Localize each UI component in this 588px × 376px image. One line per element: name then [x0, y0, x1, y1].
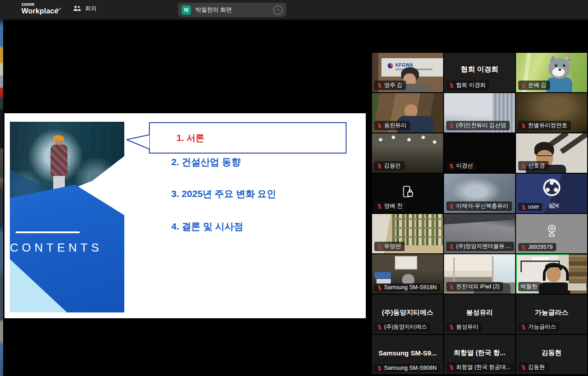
participant-tile[interactable]: 전진석의 iPad (2) — [444, 254, 515, 294]
participant-tile[interactable]: 영배 천 — [372, 174, 443, 213]
participant-name: Samsung SM-S908N — [384, 365, 436, 371]
participant-tile[interactable]: 이재석-우신복층유리 — [444, 174, 515, 213]
locked-phone-icon — [401, 185, 415, 200]
participant-tile[interactable]: KFGWA 영주 김 — [372, 53, 443, 92]
participant-name: 선호경 — [528, 162, 545, 170]
more-options-icon[interactable]: ··· — [273, 5, 283, 15]
presentation-slide: CONTENTS 1. 서론 2. 건설산업 동향 3. 2025년 주요 변화… — [4, 113, 366, 318]
participant-nameplate: (주)정암지앤더블유 ... — [446, 242, 514, 251]
mic-muted-icon — [520, 244, 526, 250]
background-window-sliver — [0, 19, 3, 376]
obs-logo-icon — [542, 178, 562, 197]
zoom-topbar: zoom Workplace 회의 박 박철한의 화면 ··· — [0, 0, 588, 21]
participant-nameplate: 운배 김 — [518, 81, 550, 90]
callout-box: 1. 서론 — [149, 122, 347, 154]
participant-tile[interactable]: 김동현 김동현 — [516, 335, 587, 374]
callout-tail — [126, 134, 150, 150]
participant-tile[interactable]: 우영완 — [372, 214, 443, 253]
contents-divider-line — [16, 231, 80, 233]
participant-nameplate: 전진석의 iPad (2) — [446, 282, 503, 291]
participant-nameplate: (주)동양지티에스 — [374, 322, 431, 332]
participant-nameplate: 선호경 — [518, 161, 549, 171]
participant-tile[interactable]: (주)동양지티에스 (주)동양지티에스 — [372, 295, 443, 334]
participant-nameplate: 이경선 — [446, 161, 477, 171]
camera-off-icon — [549, 202, 559, 209]
desk — [568, 283, 586, 291]
participant-name: 박철한 — [520, 283, 537, 291]
shared-screen-pill[interactable]: 박 박철한의 화면 ··· — [178, 3, 286, 17]
mic-muted-icon — [376, 244, 382, 249]
participant-tile[interactable]: Samsung SM-S9... Samsung SM-S908N — [372, 335, 443, 374]
chevron-down-icon[interactable] — [56, 8, 61, 11]
mic-muted-icon — [520, 163, 526, 169]
contents-heading: CONTENTS — [10, 241, 99, 255]
mic-muted-icon — [520, 123, 526, 128]
person-head — [55, 140, 63, 145]
participant-nameplate: 우영완 — [374, 242, 405, 251]
participant-name: (주)정암지앤더블유 ... — [456, 243, 511, 250]
slide-cover-graphic: CONTENTS — [10, 122, 124, 312]
participant-nameplate: 영배 천 — [374, 201, 406, 211]
participant-name: J8929579 — [528, 244, 553, 250]
participant-nameplate: 용진유리 — [374, 121, 410, 130]
avatar: 박 — [182, 5, 191, 15]
mic-muted-icon — [376, 203, 382, 209]
participant-tile[interactable]: 봉성유리 봉성유리 — [444, 295, 515, 334]
tab-meeting[interactable]: 회의 — [73, 4, 97, 13]
participant-tile[interactable]: 가능글라스 가능글라스 — [516, 295, 587, 334]
participant-tile[interactable]: (주)인천유리 김선영 — [444, 93, 515, 132]
participant-nameplate: 김동현 — [518, 363, 549, 372]
participant-nameplate: Samsung SM-S918N — [374, 283, 440, 291]
slide-item-2: 2. 건설산업 동향 — [171, 156, 241, 168]
mic-muted-icon — [376, 324, 382, 330]
participant-tile[interactable]: Samsung SM-S918N — [372, 254, 443, 294]
participant-name: 봉성유리 — [456, 323, 478, 331]
participant-name: 전진석의 iPad (2) — [456, 283, 499, 291]
person-body — [539, 282, 570, 294]
participant-tile[interactable]: 김용민 — [372, 133, 443, 173]
mic-muted-icon — [520, 204, 526, 210]
kfgwa-logo-icon — [388, 63, 393, 68]
participant-tile[interactable]: 용진유리 — [372, 93, 443, 132]
participant-tile[interactable]: user — [516, 174, 587, 213]
participant-name: 용진유리 — [384, 122, 406, 129]
participant-tile[interactable]: 이경선 — [444, 133, 515, 173]
mic-muted-icon — [376, 285, 382, 291]
participant-tile[interactable]: 운배 김 — [516, 53, 587, 92]
participant-nameplate: 이재석-우신복층유리 — [446, 201, 512, 211]
participant-tile[interactable]: 선호경 — [516, 133, 587, 173]
participant-name: 한별유리정연호 — [528, 122, 567, 129]
participant-nameplate: 김용민 — [374, 161, 405, 171]
logo-workplace-text: Workplace — [21, 8, 58, 15]
participant-name: Samsung SM-S918N — [384, 284, 436, 291]
participant-tile-active-speaker[interactable]: 박철한 — [516, 254, 587, 294]
mic-muted-icon — [376, 365, 382, 371]
participant-tile[interactable]: 한별유리정연호 — [516, 93, 587, 132]
mic-muted-icon — [376, 163, 382, 169]
participant-tile[interactable]: (주)정암지앤더블유 ... — [444, 214, 515, 253]
participant-name: 가능글라스 — [528, 323, 556, 331]
people-icon — [73, 5, 81, 12]
meeting-tab-label: 회의 — [85, 4, 97, 13]
mic-muted-icon — [448, 324, 454, 330]
participant-nameplate: J8929579 — [518, 243, 556, 251]
participant-name: 이경선 — [456, 162, 473, 170]
participant-name: (주)동양지티에스 — [384, 323, 427, 331]
participant-name: 영주 김 — [384, 81, 402, 89]
participant-tile[interactable]: J8929579 — [516, 214, 587, 253]
logo-zoom-text: zoom — [21, 2, 58, 7]
person-shirt — [51, 145, 68, 177]
zoom-meeting-window: { "topbar": { "logo_top": "zoom", "logo_… — [0, 0, 588, 376]
window — [492, 256, 515, 282]
participant-nameplate: 한별유리정연호 — [518, 121, 571, 130]
mic-muted-icon — [376, 123, 382, 128]
participant-tile[interactable]: 협회 이경희 협회 이경희 — [444, 53, 515, 92]
headphones — [543, 265, 569, 281]
mic-muted-icon — [520, 82, 526, 88]
participant-tile[interactable]: 최항열 (한국 항... 최항열 (한국 항공대... — [444, 335, 515, 374]
shared-screen-title: 박철한의 화면 — [195, 6, 273, 14]
bookshelf — [392, 214, 443, 245]
webcam-icon — [545, 224, 558, 237]
participant-name: 영배 천 — [384, 202, 402, 210]
participant-name: 최항열 (한국 항공대... — [456, 363, 511, 371]
